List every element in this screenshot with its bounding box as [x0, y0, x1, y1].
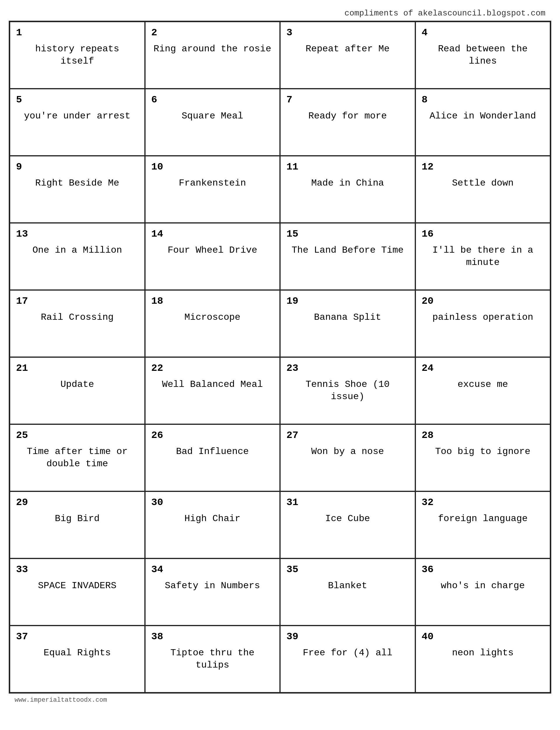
table-row: 39Free for (4) all [280, 626, 415, 693]
table-row: 21Update [10, 357, 145, 424]
cell-number: 33 [16, 564, 28, 575]
cell-text: Made in China [286, 177, 409, 189]
page: compliments of akelascouncil.blogspot.co… [9, 0, 551, 713]
table-row: 14Four Wheel Drive [145, 223, 280, 290]
table-row: 27Won by a nose [280, 424, 415, 491]
cell-number: 22 [151, 363, 163, 374]
cell-text: Too big to ignore [422, 446, 544, 458]
cell-number: 38 [151, 631, 163, 642]
cell-text: Ready for more [286, 110, 409, 122]
cell-text: history repeats itself [16, 43, 139, 67]
cell-number: 25 [16, 430, 28, 441]
cell-text: Square Meal [151, 110, 274, 122]
table-row: 17Rail Crossing [10, 290, 145, 357]
attribution: compliments of akelascouncil.blogspot.co… [9, 6, 551, 21]
cell-number: 31 [286, 497, 298, 508]
cell-number: 34 [151, 564, 163, 575]
cell-number: 11 [286, 162, 298, 172]
cell-number: 28 [422, 430, 434, 441]
footer: www.imperialtattoodx.com [9, 694, 551, 707]
cell-text: Alice in Wonderland [422, 110, 544, 122]
table-row: 30High Chair [145, 491, 280, 559]
table-row: 29Big Bird [10, 491, 145, 559]
cell-text: High Chair [151, 513, 274, 525]
cell-text: foreign language [422, 513, 544, 525]
table-row: 20painless operation [415, 290, 551, 357]
table-row: 28Too big to ignore [415, 424, 551, 491]
cell-text: you're under arrest [16, 110, 139, 122]
cell-text: Free for (4) all [286, 647, 409, 659]
cell-number: 13 [16, 229, 28, 239]
grid: 1history repeats itself2Ring around the … [9, 21, 551, 694]
cell-text: Frankenstein [151, 177, 274, 189]
cell-number: 26 [151, 430, 163, 441]
cell-text: One in a Million [16, 244, 139, 256]
cell-text: Four Wheel Drive [151, 244, 274, 256]
cell-number: 3 [286, 27, 292, 38]
cell-number: 21 [16, 363, 28, 374]
table-row: 34Safety in Numbers [145, 559, 280, 626]
cell-text: Repeat after Me [286, 43, 409, 55]
table-row: 13One in a Million [10, 223, 145, 290]
cell-number: 10 [151, 162, 163, 172]
table-row: 1history repeats itself [10, 22, 145, 89]
cell-text: Blanket [286, 580, 409, 592]
cell-text: The Land Before Time [286, 244, 409, 256]
table-row: 31Ice Cube [280, 491, 415, 559]
cell-number: 36 [422, 564, 434, 575]
cell-text: Ring around the rosie [151, 43, 274, 55]
cell-number: 17 [16, 296, 28, 307]
cell-text: Time after time or double time [16, 446, 139, 470]
table-row: 11Made in China [280, 156, 415, 223]
cell-number: 19 [286, 296, 298, 307]
cell-text: Update [16, 379, 139, 391]
table-row: 7Ready for more [280, 89, 415, 156]
cell-text: Equal Rights [16, 647, 139, 659]
table-row: 26Bad Influence [145, 424, 280, 491]
table-row: 33SPACE INVADERS [10, 559, 145, 626]
cell-number: 24 [422, 363, 434, 374]
cell-text: Safety in Numbers [151, 580, 274, 592]
cell-text: excuse me [422, 379, 544, 391]
table-row: 24excuse me [415, 357, 551, 424]
cell-number: 32 [422, 497, 434, 508]
cell-text: Ice Cube [286, 513, 409, 525]
table-row: 6Square Meal [145, 89, 280, 156]
cell-number: 15 [286, 229, 298, 239]
cell-text: SPACE INVADERS [16, 580, 139, 592]
cell-text: Big Bird [16, 513, 139, 525]
cell-number: 18 [151, 296, 163, 307]
cell-number: 8 [422, 94, 428, 105]
table-row: 25Time after time or double time [10, 424, 145, 491]
cell-text: Tiptoe thru the tulips [151, 647, 274, 671]
cell-number: 23 [286, 363, 298, 374]
table-row: 36who's in charge [415, 559, 551, 626]
cell-number: 37 [16, 631, 28, 642]
cell-text: Microscope [151, 311, 274, 323]
table-row: 8Alice in Wonderland [415, 89, 551, 156]
cell-number: 27 [286, 430, 298, 441]
table-row: 18Microscope [145, 290, 280, 357]
cell-number: 5 [16, 94, 22, 105]
cell-number: 35 [286, 564, 298, 575]
table-row: 10Frankenstein [145, 156, 280, 223]
cell-number: 16 [422, 229, 434, 239]
cell-text: Read between the lines [422, 43, 544, 67]
table-row: 3Repeat after Me [280, 22, 415, 89]
cell-text: Tennis Shoe (10 issue) [286, 379, 409, 403]
cell-text: Well Balanced Meal [151, 379, 274, 391]
cell-number: 7 [286, 94, 292, 105]
cell-number: 1 [16, 27, 22, 38]
table-row: 35Blanket [280, 559, 415, 626]
cell-number: 39 [286, 631, 298, 642]
table-row: 37Equal Rights [10, 626, 145, 693]
cell-number: 9 [16, 162, 22, 172]
cell-number: 40 [422, 631, 434, 642]
cell-text: Banana Split [286, 311, 409, 323]
cell-number: 20 [422, 296, 434, 307]
cell-number: 14 [151, 229, 163, 239]
cell-number: 12 [422, 162, 434, 172]
table-row: 2Ring around the rosie [145, 22, 280, 89]
table-row: 15The Land Before Time [280, 223, 415, 290]
cell-number: 6 [151, 94, 157, 105]
